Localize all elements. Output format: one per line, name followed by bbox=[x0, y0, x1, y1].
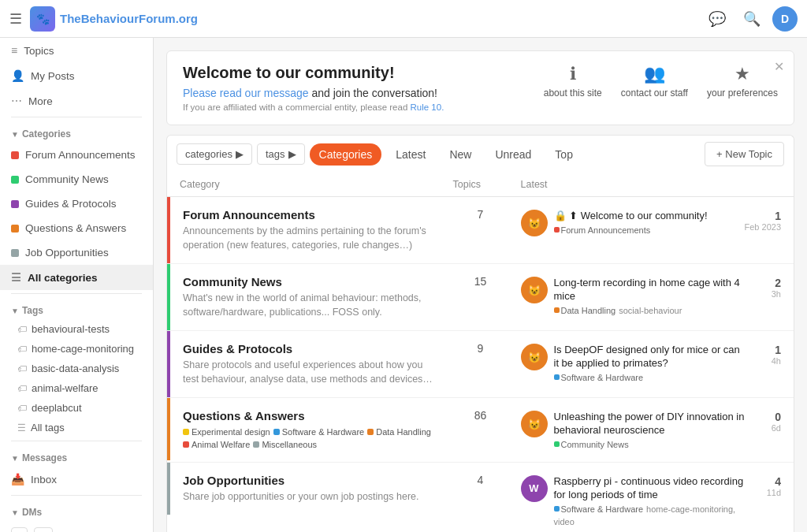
latest-count: 4 bbox=[753, 475, 781, 488]
banner-close-button[interactable]: ✕ bbox=[774, 59, 784, 74]
sidebar-add-button[interactable]: + bbox=[11, 527, 28, 532]
messages-header-label: Messages bbox=[22, 452, 67, 463]
sidebar-cat-guides-protocols[interactable]: Guides & Protocols bbox=[0, 192, 153, 216]
tags-dropdown[interactable]: tags ▶ bbox=[257, 143, 305, 165]
latest-title[interactable]: Long-term recording in home cage with 4 … bbox=[554, 277, 747, 303]
cat-name-community-news[interactable]: Community News bbox=[183, 275, 441, 288]
avatar: 😺 bbox=[521, 344, 548, 370]
tag-label: Community News bbox=[561, 440, 629, 449]
site-logo[interactable]: 🐾 TheBehaviourForum.org bbox=[30, 6, 695, 32]
latest-title[interactable]: Is DeepOF designed only for mice or can … bbox=[554, 344, 747, 370]
tab-top[interactable]: Top bbox=[545, 143, 582, 166]
menu-icon[interactable]: ☰ bbox=[9, 10, 22, 28]
latest-title[interactable]: Unleashing the power of DIY innovation i… bbox=[554, 411, 747, 437]
sidebar-cat-community-news[interactable]: Community News bbox=[0, 167, 153, 192]
sidebar-tag-2-label: basic-data-analysis bbox=[32, 363, 119, 374]
latest-body: Raspberry pi - continuous video recordin… bbox=[554, 475, 747, 526]
list-item: W Raspberry pi - continuous video record… bbox=[521, 469, 782, 532]
sidebar-inbox[interactable]: 📥 Inbox bbox=[0, 467, 153, 492]
tab-new[interactable]: New bbox=[440, 143, 481, 166]
guides-protocols-dot bbox=[11, 200, 19, 208]
tag-plain2: video bbox=[554, 517, 575, 526]
tab-categories[interactable]: Categories bbox=[310, 143, 382, 166]
preferences-action[interactable]: ★ your preferences bbox=[707, 64, 778, 99]
latest-time: 3h bbox=[753, 289, 781, 299]
messages-header[interactable]: ▼ Messages bbox=[0, 445, 153, 467]
welcome-line2: If you are affiliated with a commercial … bbox=[183, 102, 520, 112]
staff-icon: 👥 bbox=[621, 64, 688, 84]
list-item: 😺 Long-term recording in home cage with … bbox=[521, 270, 782, 322]
cat-name-guides-protocols[interactable]: Guides & Protocols bbox=[183, 342, 441, 355]
categories-header[interactable]: ▼ Categories bbox=[0, 121, 153, 143]
sidebar-cat-forum-announcements[interactable]: Forum Announcements bbox=[0, 143, 153, 167]
cat-name-job-opportunities[interactable]: Job Opportunities bbox=[183, 474, 441, 487]
avatar-initial: D bbox=[781, 13, 789, 25]
tag-icon-0: 🏷 bbox=[17, 324, 27, 335]
sidebar-cat-all-categories[interactable]: ☰ All categories bbox=[0, 265, 153, 290]
categories-dropdown-label: categories bbox=[185, 148, 232, 160]
sidebar: ≡ Topics 👤 My Posts ⋯ More ▼ Categories … bbox=[0, 38, 154, 532]
search-button[interactable]: 🔍 bbox=[738, 5, 766, 33]
about-site-label: about this site bbox=[544, 87, 602, 99]
sidebar-divider-1 bbox=[11, 117, 142, 117]
cat-name-forum-announcements[interactable]: Forum Announcements bbox=[183, 208, 441, 221]
latest-meta: Community News bbox=[554, 440, 747, 449]
cat-name-questions-answers[interactable]: Questions & Answers bbox=[183, 409, 441, 422]
sidebar-cat-questions-answers[interactable]: Questions & Answers bbox=[0, 216, 153, 240]
latest-title[interactable]: Raspberry pi - continuous video recordin… bbox=[554, 475, 747, 502]
welcome-line1: Please read our message and join the con… bbox=[183, 87, 520, 99]
more-icon: ⋯ bbox=[11, 95, 22, 107]
cat-topics-community-news: 15 bbox=[453, 264, 508, 299]
table-row: Community News What's new in the world o… bbox=[167, 264, 794, 331]
latest-body: Unleashing the power of DIY innovation i… bbox=[554, 411, 747, 449]
table-row: Job Opportunities Share job opportunitie… bbox=[167, 463, 794, 532]
sidebar-cat-job-opportunities[interactable]: Job Opportunities bbox=[0, 240, 153, 265]
sidebar-tag-animal-welfare[interactable]: 🏷 animal-welfare bbox=[0, 378, 153, 398]
sidebar-tag-behavioural-tests[interactable]: 🏷 behavioural-tests bbox=[0, 319, 153, 339]
cat-info-guides-protocols: Guides & Protocols Share protocols and u… bbox=[167, 331, 453, 397]
cat-topics-questions-answers: 86 bbox=[453, 398, 508, 433]
latest-time: 4h bbox=[753, 356, 781, 366]
tag-icon-3: 🏷 bbox=[17, 383, 27, 394]
sidebar-all-tags[interactable]: ☰ All tags bbox=[0, 418, 153, 437]
sidebar-item-my-posts[interactable]: 👤 My Posts bbox=[0, 63, 153, 88]
sidebar-tag-deeplabcut[interactable]: 🏷 deeplabcut bbox=[0, 398, 153, 418]
latest-title[interactable]: 🔒 ⬆ Welcome to our community! bbox=[554, 210, 738, 223]
tag-icon-2: 🏷 bbox=[17, 363, 27, 374]
contact-staff-action[interactable]: 👥 contact our staff bbox=[621, 64, 688, 99]
table-header: Category Topics Latest bbox=[167, 173, 794, 197]
user-avatar-button[interactable]: D bbox=[772, 6, 798, 32]
dms-chevron: ▼ bbox=[11, 508, 19, 517]
new-topic-button[interactable]: + New Topic bbox=[705, 142, 784, 166]
latest-tag: Data Handling bbox=[554, 306, 616, 315]
tab-unread[interactable]: Unread bbox=[485, 143, 541, 166]
sidebar-item-more[interactable]: ⋯ More bbox=[0, 88, 153, 113]
categories-dropdown-arrow: ▶ bbox=[236, 148, 244, 160]
tab-latest[interactable]: Latest bbox=[386, 143, 435, 166]
sidebar-edit-button[interactable]: ✎ bbox=[34, 527, 53, 532]
cat-info-forum-announcements: Forum Announcements Announcements by the… bbox=[167, 197, 453, 263]
tag-dot bbox=[554, 307, 560, 313]
latest-stats: 2 3h bbox=[753, 277, 781, 299]
chat-button[interactable]: 💬 bbox=[703, 5, 731, 33]
categories-chevron: ▼ bbox=[11, 130, 19, 139]
dms-header[interactable]: ▼ DMs bbox=[0, 499, 153, 521]
cat-tag: Data Handling bbox=[367, 427, 431, 437]
tag-label: Data Handling bbox=[561, 306, 616, 315]
sidebar-item-topics[interactable]: ≡ Topics bbox=[0, 38, 153, 63]
categories-dropdown[interactable]: categories ▶ bbox=[177, 143, 252, 165]
cat-info-job-opportunities: Job Opportunities Share job opportunitie… bbox=[167, 463, 453, 515]
tags-header[interactable]: ▼ Tags bbox=[0, 297, 153, 319]
forum-announcements-dot bbox=[11, 151, 19, 159]
about-site-action[interactable]: ℹ about this site bbox=[544, 64, 602, 99]
sidebar-tag-basic-data-analysis[interactable]: 🏷 basic-data-analysis bbox=[0, 359, 153, 378]
sidebar-tag-3-label: animal-welfare bbox=[32, 382, 99, 394]
contact-staff-label: contact our staff bbox=[621, 87, 688, 99]
sidebar-tag-home-cage-monitoring[interactable]: 🏷 home-cage-monitoring bbox=[0, 339, 153, 359]
rule10-link[interactable]: Rule 10. bbox=[411, 102, 444, 112]
cat-latest-job-opportunities: W Raspberry pi - continuous video record… bbox=[508, 463, 794, 532]
welcome-link[interactable]: Please read our message bbox=[183, 87, 309, 99]
cat-desc-forum-announcements: Announcements by the admins pertaining t… bbox=[183, 225, 441, 252]
avatar: W bbox=[521, 475, 548, 502]
avatar: 😺 bbox=[521, 210, 548, 236]
